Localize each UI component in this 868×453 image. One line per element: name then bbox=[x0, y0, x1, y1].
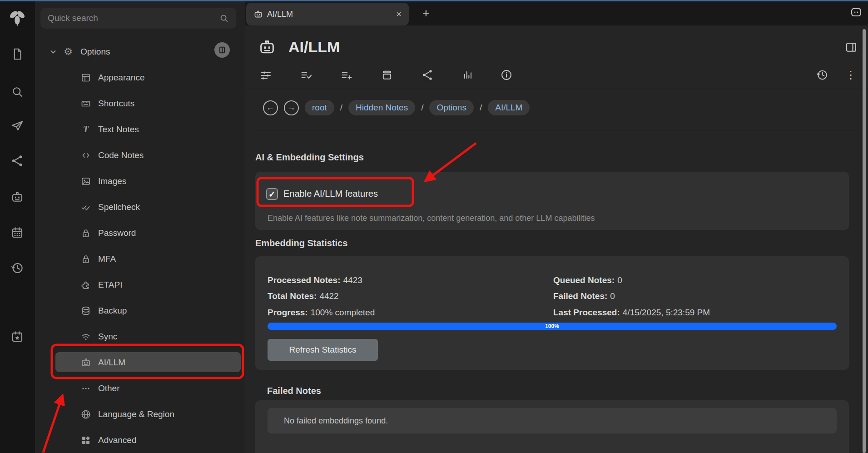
tree-item-appearance[interactable]: Appearance bbox=[35, 65, 245, 90]
stat-total-notes: Total Notes:4422 bbox=[268, 291, 339, 301]
breadcrumb-item-hidden-notes[interactable]: Hidden Notes bbox=[348, 100, 415, 115]
tree-item-label: Advanced bbox=[98, 435, 137, 445]
chat-icon[interactable] bbox=[850, 6, 863, 19]
enable-ai-checkbox-label[interactable]: Enable AI/LLM features bbox=[283, 189, 378, 199]
note-panel: AI/LLM ⋮ ← → root / Hidden Notes / Optio… bbox=[245, 25, 868, 453]
tree-item-other[interactable]: Other bbox=[35, 375, 245, 401]
quick-search[interactable] bbox=[40, 8, 236, 29]
nav-forward-button[interactable]: → bbox=[284, 100, 299, 115]
options-tree: ⚙ Options Appearance Shortcuts T Text No… bbox=[35, 39, 245, 453]
ribbon-note-info-button[interactable] bbox=[499, 68, 514, 82]
robot-icon bbox=[10, 190, 24, 204]
arrow-left-icon: ← bbox=[266, 103, 275, 113]
code-brackets-icon bbox=[80, 149, 92, 161]
tree-item-label: Sync bbox=[98, 332, 117, 342]
info-icon bbox=[500, 69, 513, 81]
ribbon-note-map-button[interactable] bbox=[420, 68, 435, 82]
stat-label: Failed Notes: bbox=[553, 291, 607, 301]
more-options-icon[interactable]: ⋮ bbox=[843, 68, 858, 82]
tree-item-code-notes[interactable]: Code Notes bbox=[35, 142, 245, 168]
tree-item-label: Password bbox=[98, 228, 136, 238]
ribbon-basic-properties-button[interactable] bbox=[258, 68, 273, 82]
robot-icon bbox=[258, 38, 276, 56]
section-heading-failed-notes: Failed Notes bbox=[267, 386, 321, 396]
tree-item-label: Code Notes bbox=[98, 150, 144, 160]
tree-item-label: ETAPI bbox=[98, 280, 123, 290]
new-note-button[interactable] bbox=[9, 45, 26, 63]
sliders-icon bbox=[259, 69, 272, 81]
bar-chart-icon bbox=[461, 69, 474, 81]
clock-history-icon bbox=[10, 261, 24, 275]
tree-item-label: Appearance bbox=[98, 73, 144, 83]
quick-search-input[interactable] bbox=[48, 13, 219, 23]
content-divider bbox=[254, 131, 860, 131]
tree-item-password[interactable]: Password bbox=[35, 220, 245, 246]
tree-item-label: Language & Region bbox=[98, 409, 174, 419]
ribbon-divider bbox=[245, 88, 868, 88]
close-icon[interactable]: × bbox=[396, 9, 402, 20]
note-tree-panel: ⚙ Options Appearance Shortcuts T Text No… bbox=[35, 1, 245, 453]
ribbon-note-paths-button[interactable] bbox=[380, 68, 394, 82]
failed-notes-empty-state: No failed embeddings found. bbox=[268, 408, 837, 433]
ellipsis-icon bbox=[80, 383, 92, 394]
jump-to-note-button[interactable] bbox=[9, 117, 26, 134]
tree-item-mfa[interactable]: MFA bbox=[35, 246, 245, 272]
tree-item-spellcheck[interactable]: Spellcheck bbox=[35, 194, 245, 220]
ai-chat-button[interactable] bbox=[9, 189, 26, 206]
tree-item-ai-llm[interactable]: AI/LLM bbox=[35, 349, 245, 375]
list-check-icon bbox=[300, 69, 312, 81]
tab-ai-llm[interactable]: AI/LLM × bbox=[246, 3, 409, 25]
check-icon: ✓ bbox=[268, 189, 276, 199]
recent-changes-button[interactable] bbox=[9, 259, 26, 277]
calendar-button[interactable] bbox=[9, 224, 26, 241]
breadcrumb-item-root[interactable]: root bbox=[305, 100, 334, 115]
stat-value: 0 bbox=[617, 275, 622, 285]
search-button[interactable] bbox=[9, 83, 26, 100]
tree-item-etapi[interactable]: ETAPI bbox=[35, 272, 245, 298]
tree-item-text-notes[interactable]: T Text Notes bbox=[35, 116, 245, 142]
breadcrumb: ← → root / Hidden Notes / Options / AI/L… bbox=[263, 99, 530, 116]
tree-item-advanced[interactable]: Advanced bbox=[35, 427, 245, 453]
ribbon-owned-attributes-button[interactable] bbox=[299, 68, 313, 82]
breadcrumb-separator: / bbox=[480, 103, 482, 113]
stat-queued-notes: Queued Notes:0 bbox=[553, 275, 622, 285]
note-title[interactable]: AI/LLM bbox=[288, 38, 340, 56]
enable-ai-description: Enable AI features like note summarizati… bbox=[268, 214, 595, 223]
nav-back-button[interactable]: ← bbox=[263, 100, 278, 115]
stat-last-processed: Last Processed:4/15/2025, 5:23:59 PM bbox=[553, 308, 710, 318]
tree-item-shortcuts[interactable]: Shortcuts bbox=[35, 90, 245, 116]
embedding-statistics-card: Processed Notes:4423 Total Notes:4422 Pr… bbox=[255, 256, 849, 370]
note-map-button[interactable] bbox=[9, 152, 26, 169]
robot-icon bbox=[253, 10, 263, 19]
tab-title: AI/LLM bbox=[267, 10, 293, 19]
tree-item-images[interactable]: Images bbox=[35, 168, 245, 194]
vertical-scrollbar[interactable] bbox=[863, 29, 866, 453]
chevron-down-icon[interactable] bbox=[48, 46, 59, 57]
tree-item-label: Backup bbox=[98, 306, 127, 316]
arrow-right-icon: → bbox=[287, 103, 296, 113]
stat-value: 4/15/2025, 5:23:59 PM bbox=[623, 308, 710, 317]
stat-label: Progress: bbox=[268, 308, 308, 317]
stat-label: Last Processed: bbox=[553, 308, 620, 317]
ribbon-inherited-attributes-button[interactable] bbox=[339, 68, 354, 82]
tree-item-backup[interactable]: Backup bbox=[35, 298, 245, 324]
refresh-statistics-button[interactable]: Refresh Statistics bbox=[268, 339, 378, 361]
layout-icon bbox=[80, 72, 92, 84]
breadcrumb-separator: / bbox=[340, 103, 342, 113]
breadcrumb-item-options[interactable]: Options bbox=[429, 100, 473, 115]
lock-icon bbox=[80, 253, 92, 265]
new-tab-button[interactable]: + bbox=[419, 6, 433, 20]
note-revisions-button[interactable] bbox=[815, 68, 829, 82]
main-area: AI/LLM × + AI/LLM ⋮ ← → root / bbox=[245, 1, 868, 453]
breadcrumb-item-ai-llm[interactable]: AI/LLM bbox=[488, 100, 530, 115]
tree-item-sync[interactable]: Sync bbox=[35, 324, 245, 349]
trilium-logo bbox=[8, 9, 27, 28]
tree-item-options[interactable]: ⚙ Options bbox=[35, 39, 245, 65]
right-panel-toggle-icon[interactable] bbox=[845, 41, 858, 54]
ribbon-similar-notes-button[interactable] bbox=[461, 68, 475, 82]
enable-ai-checkbox[interactable]: ✓ bbox=[266, 188, 278, 200]
calendar-icon bbox=[10, 226, 24, 239]
extension-puzzle-icon bbox=[80, 279, 92, 291]
today-button[interactable] bbox=[9, 328, 26, 345]
tree-item-language-region[interactable]: Language & Region bbox=[35, 401, 245, 427]
